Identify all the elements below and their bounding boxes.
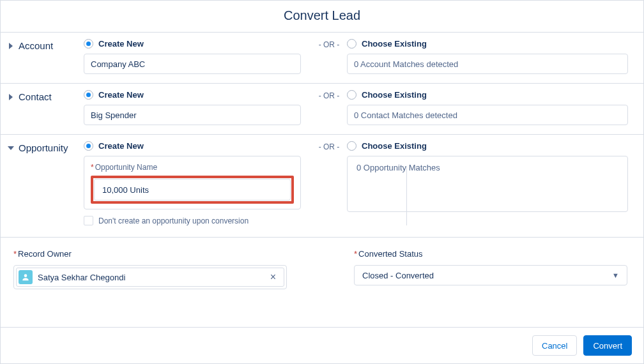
radio-label: Choose Existing bbox=[362, 39, 427, 49]
opportunity-form: *Opportunity Name bbox=[84, 156, 301, 209]
record-owner-label: *Record Owner bbox=[13, 249, 290, 259]
radio-icon bbox=[347, 141, 356, 151]
section-contact: Contact Create New - OR - Choose Existin… bbox=[1, 83, 643, 134]
contact-matches-box[interactable]: 0 Contact Matches detected bbox=[347, 105, 628, 125]
record-owner-field: *Record Owner Satya Sekhar Chegondi × bbox=[13, 249, 290, 289]
section-columns: Create New - OR - Choose Existing 0 Cont… bbox=[84, 90, 634, 125]
account-name-input[interactable] bbox=[84, 54, 301, 74]
or-separator: - OR - bbox=[311, 90, 347, 100]
col-create-new: Create New *Opportunity Name Don't creat… bbox=[84, 141, 311, 225]
chevron-down-icon: ▼ bbox=[612, 271, 619, 279]
chevron-down-icon bbox=[6, 143, 16, 153]
svg-point-0 bbox=[24, 274, 27, 277]
or-separator: - OR - bbox=[311, 141, 347, 151]
divider-line bbox=[406, 167, 407, 225]
radio-icon bbox=[347, 39, 356, 49]
col-choose-existing: Choose Existing 0 Opportunity Matches bbox=[347, 141, 628, 212]
col-choose-existing: Choose Existing 0 Contact Matches detect… bbox=[347, 90, 628, 125]
radio-label: Choose Existing bbox=[362, 90, 427, 100]
converted-status-field: *Converted Status Closed - Converted ▼ bbox=[354, 249, 631, 289]
radio-create-new-contact[interactable]: Create New bbox=[84, 90, 311, 100]
radio-icon bbox=[84, 39, 93, 49]
section-header-account[interactable]: Account bbox=[6, 39, 84, 74]
bottom-section: *Record Owner Satya Sekhar Chegondi × *C… bbox=[1, 237, 643, 303]
matches-text: 0 Contact Matches detected bbox=[354, 110, 457, 120]
radio-create-new-account[interactable]: Create New bbox=[84, 39, 311, 49]
skip-opportunity-checkbox[interactable]: Don't create an opportunity upon convers… bbox=[84, 216, 311, 225]
chevron-right-icon bbox=[6, 41, 16, 51]
section-label: Account bbox=[19, 40, 53, 51]
close-icon[interactable]: × bbox=[268, 271, 279, 283]
radio-label: Choose Existing bbox=[362, 141, 427, 151]
radio-choose-existing-account[interactable]: Choose Existing bbox=[347, 39, 628, 49]
matches-text: 0 Opportunity Matches bbox=[356, 163, 440, 172]
radio-choose-existing-contact[interactable]: Choose Existing bbox=[347, 90, 628, 100]
or-separator: - OR - bbox=[311, 39, 347, 49]
radio-icon bbox=[84, 141, 93, 151]
col-create-new: Create New bbox=[84, 90, 311, 125]
section-columns: Create New - OR - Choose Existing 0 Acco… bbox=[84, 39, 634, 74]
modal-footer: Cancel Convert bbox=[1, 327, 643, 363]
radio-label: Create New bbox=[98, 39, 144, 49]
required-icon: * bbox=[354, 249, 357, 259]
section-header-contact[interactable]: Contact bbox=[6, 90, 84, 125]
radio-label: Create New bbox=[98, 141, 144, 151]
opportunity-matches-box[interactable]: 0 Opportunity Matches bbox=[347, 156, 628, 212]
select-value: Closed - Converted bbox=[362, 271, 434, 280]
required-icon: * bbox=[13, 249, 17, 259]
converted-status-label: *Converted Status bbox=[354, 249, 631, 259]
account-matches-box[interactable]: 0 Account Matches detected bbox=[347, 54, 628, 74]
pill-content: Satya Sekhar Chegondi bbox=[19, 270, 125, 284]
section-header-opportunity[interactable]: Opportunity bbox=[6, 141, 84, 225]
modal-title: Convert Lead bbox=[1, 1, 643, 32]
radio-icon bbox=[84, 90, 93, 100]
radio-icon bbox=[347, 90, 356, 100]
section-label: Opportunity bbox=[19, 142, 68, 153]
user-icon bbox=[19, 270, 33, 284]
convert-button[interactable]: Convert bbox=[583, 335, 632, 356]
converted-status-select[interactable]: Closed - Converted ▼ bbox=[354, 265, 627, 285]
convert-lead-modal: Convert Lead Account Create New - OR - C… bbox=[0, 0, 644, 364]
radio-choose-existing-opportunity[interactable]: Choose Existing bbox=[347, 141, 628, 151]
matches-text: 0 Account Matches detected bbox=[354, 59, 458, 69]
checkbox-icon bbox=[84, 216, 93, 225]
contact-name-input[interactable] bbox=[84, 105, 301, 125]
col-create-new: Create New bbox=[84, 39, 311, 74]
chevron-right-icon bbox=[6, 92, 16, 102]
section-account: Account Create New - OR - Choose Existin… bbox=[1, 32, 643, 83]
record-owner-input[interactable]: Satya Sekhar Chegondi × bbox=[13, 265, 287, 289]
section-columns: Create New *Opportunity Name Don't creat… bbox=[84, 141, 634, 225]
radio-label: Create New bbox=[98, 90, 144, 100]
owner-name: Satya Sekhar Chegondi bbox=[38, 273, 125, 282]
required-icon: * bbox=[91, 163, 94, 172]
section-opportunity: Opportunity Create New *Opportunity Name… bbox=[1, 134, 643, 237]
cancel-button[interactable]: Cancel bbox=[532, 335, 577, 356]
opportunity-name-label: *Opportunity Name bbox=[91, 163, 294, 172]
highlight-box bbox=[91, 176, 294, 204]
checkbox-label: Don't create an opportunity upon convers… bbox=[98, 216, 249, 225]
opportunity-name-input[interactable] bbox=[94, 179, 291, 201]
owner-pill: Satya Sekhar Chegondi × bbox=[16, 268, 284, 287]
section-label: Contact bbox=[19, 91, 52, 102]
radio-create-new-opportunity[interactable]: Create New bbox=[84, 141, 311, 151]
col-choose-existing: Choose Existing 0 Account Matches detect… bbox=[347, 39, 628, 74]
